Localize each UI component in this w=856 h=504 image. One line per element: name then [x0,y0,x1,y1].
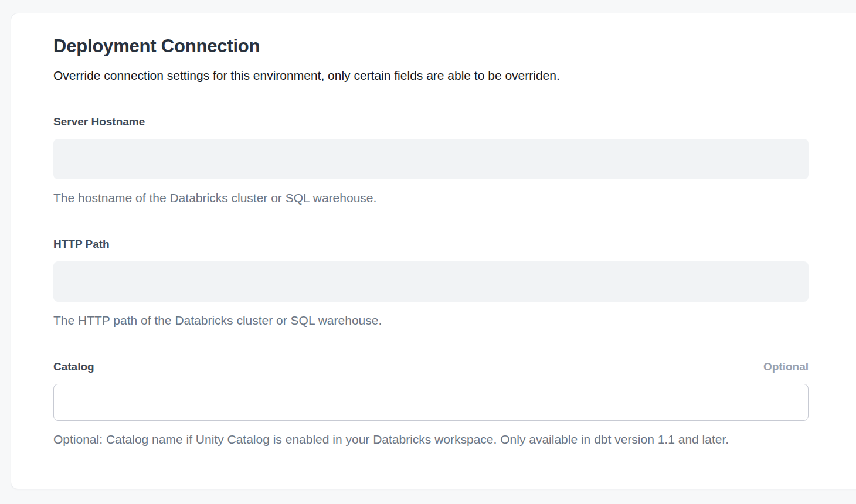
http-path-input [53,261,809,302]
catalog-input[interactable] [53,384,809,421]
deployment-connection-card: Deployment Connection Override connectio… [11,13,856,489]
page-subtitle: Override connection settings for this en… [53,69,809,83]
http-path-label: HTTP Path [53,238,110,251]
http-path-help: The HTTP path of the Databricks cluster … [53,314,809,328]
catalog-label: Catalog [53,360,94,373]
field-http-path: HTTP Path The HTTP path of the Databrick… [53,238,809,328]
field-server-hostname: Server Hostname The hostname of the Data… [53,115,809,205]
server-hostname-input [53,139,809,179]
catalog-optional-badge: Optional [763,360,809,373]
field-catalog: Catalog Optional Optional: Catalog name … [53,360,809,447]
page-title: Deployment Connection [53,36,809,57]
server-hostname-help: The hostname of the Databricks cluster o… [53,191,809,205]
field-label-row: Catalog Optional [53,360,809,373]
field-label-row: Server Hostname [53,115,809,128]
server-hostname-label: Server Hostname [53,115,145,128]
card-content: Deployment Connection Override connectio… [53,13,809,447]
catalog-help: Optional: Catalog name if Unity Catalog … [53,433,809,447]
field-label-row: HTTP Path [53,238,809,251]
